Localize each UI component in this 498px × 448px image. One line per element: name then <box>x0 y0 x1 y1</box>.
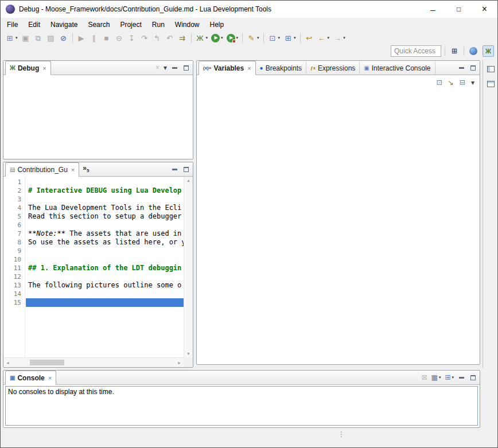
close-icon[interactable]: × <box>48 375 52 381</box>
line-number[interactable]: 2 <box>3 186 21 195</box>
line-number[interactable]: 5 <box>3 212 21 221</box>
variables-tree-area[interactable]: ⊡↘⊟▾ <box>197 75 480 364</box>
open-console-button[interactable]: ⊞▾ <box>444 372 454 383</box>
open-console-menu-icon[interactable]: ▾ <box>452 375 454 380</box>
editor-vertical-scrollbar[interactable]: ▲ ▼ <box>184 177 193 357</box>
mark-occurrences-dropdown-icon[interactable]: ▾ <box>257 36 259 40</box>
save-icon: ▣ <box>21 33 30 42</box>
editor-overflow-chevron[interactable]: »5 <box>79 163 92 176</box>
skip-all-breakpoints-button[interactable]: ⊘ <box>57 32 70 44</box>
run-button[interactable]: ▶▾ <box>209 32 225 44</box>
tab-debug[interactable]: Ж Debug × <box>5 61 51 75</box>
tab-expressions[interactable]: ƒxExpressions <box>306 61 360 75</box>
open-perspective-button[interactable]: ⊞ <box>449 45 460 57</box>
close-icon[interactable]: × <box>247 65 251 72</box>
menu-run[interactable]: Run <box>147 19 170 30</box>
print-button: ▤ <box>45 32 57 44</box>
maximize-icon[interactable] <box>181 63 190 72</box>
scrollbar-thumb[interactable] <box>30 360 64 365</box>
save-all-icon: ⧉ <box>34 33 43 42</box>
minimize-icon[interactable] <box>170 63 179 72</box>
new-wizard-dropdown-icon[interactable]: ▾ <box>15 36 18 40</box>
line-number[interactable]: 12 <box>3 272 21 281</box>
display-selected-console-menu-icon[interactable]: ▾ <box>439 375 441 380</box>
mark-occurrences-button[interactable]: ✎▾ <box>245 32 261 44</box>
new-lua-file-dropdown-icon[interactable]: ▾ <box>278 36 281 40</box>
maximize-icon[interactable] <box>181 165 190 174</box>
menu-edit[interactable]: Edit <box>23 19 45 30</box>
lua-perspective-button[interactable] <box>468 45 479 57</box>
line-number[interactable]: 15 <box>3 298 21 307</box>
menu-help[interactable]: Help <box>205 19 229 30</box>
new-lua-file-button[interactable]: ⊡▾ <box>266 32 282 44</box>
minimize-icon[interactable] <box>170 165 179 174</box>
tab-breakpoints[interactable]: ●Breakpoints <box>256 61 306 75</box>
open-lua-element-dropdown-icon[interactable]: ▾ <box>294 36 296 40</box>
back-dropdown-icon[interactable]: ▾ <box>328 36 330 40</box>
view-menu-button[interactable]: ▾ <box>470 77 475 88</box>
line-number[interactable]: 13 <box>3 281 21 290</box>
line-number[interactable]: 11 <box>3 264 21 272</box>
maximize-icon[interactable] <box>468 63 477 72</box>
line-number[interactable]: 1 <box>3 178 21 186</box>
last-edit-location-button[interactable]: ↩ <box>303 32 316 44</box>
title-bar[interactable]: Debug - Moose_Framework/docs/Contributio… <box>1 1 497 18</box>
editor-code-area[interactable]: # Interactive DEBUG using Lua DevelopThe… <box>26 177 184 357</box>
debug-perspective-button[interactable]: Ж <box>483 45 494 57</box>
line-number[interactable]: 6 <box>3 221 21 229</box>
close-icon[interactable]: × <box>42 65 46 72</box>
line-number[interactable]: 7 <box>3 229 21 238</box>
new-wizard-button[interactable]: ⊞▾ <box>3 32 20 44</box>
forward-dropdown-icon[interactable]: ▾ <box>343 36 345 40</box>
menu-navigate[interactable]: Navigate <box>45 19 83 30</box>
debug-button[interactable]: Ж▾ <box>194 32 210 44</box>
window-maximize-button[interactable]: □ <box>446 1 472 18</box>
show-type-names-button[interactable]: ⊡ <box>436 77 443 88</box>
minimize-icon[interactable] <box>457 63 466 72</box>
debug-tree-area[interactable] <box>3 75 193 159</box>
use-step-filters-button[interactable]: ⇉ <box>176 32 189 44</box>
tab-variables[interactable]: (x)=Variables× <box>199 61 256 75</box>
close-icon[interactable]: × <box>71 166 75 173</box>
tab-console[interactable]: ▣ Console × <box>5 371 56 385</box>
code-text: So use the assets as listed here, or y <box>28 238 184 246</box>
menu-file[interactable]: File <box>2 19 23 30</box>
editor-gutter[interactable]: 123456789101112131415 <box>3 177 25 357</box>
line-number[interactable]: 4 <box>3 204 21 212</box>
tab-interactive-console[interactable]: ▣Interactive Console <box>360 61 435 75</box>
console-sash-handle[interactable]: ⋮ <box>337 430 346 440</box>
code-text: The following pictures outline some o <box>28 281 181 289</box>
run-external-tools-button[interactable]: ▶▾ <box>225 32 240 44</box>
restore-minimized-view-button[interactable] <box>484 63 497 75</box>
scroll-right-icon[interactable]: ► <box>177 361 181 365</box>
run-dropdown-icon[interactable]: ▾ <box>221 36 223 40</box>
window-minimize-button[interactable]: – <box>420 1 446 18</box>
scroll-up-icon[interactable]: ▲ <box>186 178 190 182</box>
editor-horizontal-scrollbar[interactable]: ◄ ► <box>3 357 184 367</box>
show-logical-structures-button[interactable]: ↘ <box>448 77 454 88</box>
menu-search[interactable]: Search <box>83 19 115 30</box>
line-number[interactable]: 9 <box>3 247 21 255</box>
minimized-view-button[interactable] <box>484 77 497 90</box>
console-content[interactable]: No consoles to display at this time. <box>5 386 478 426</box>
debug-dropdown-icon[interactable]: ▾ <box>206 36 208 40</box>
view-menu-button[interactable]: ▾ <box>163 63 168 73</box>
line-number[interactable]: 10 <box>3 255 21 264</box>
scroll-down-icon[interactable]: ▼ <box>186 352 190 356</box>
window-close-button[interactable]: × <box>472 1 497 18</box>
run-external-tools-dropdown-icon[interactable]: ▾ <box>236 36 239 40</box>
open-lua-element-button[interactable]: ⊞▾ <box>282 32 298 44</box>
line-number[interactable]: 3 <box>3 195 21 204</box>
menu-window[interactable]: Window <box>170 19 205 30</box>
maximize-icon[interactable] <box>468 373 477 382</box>
quick-access-box[interactable]: Quick Access <box>391 45 441 57</box>
line-number[interactable]: 8 <box>3 238 21 247</box>
back-button[interactable]: ←▾ <box>316 32 332 44</box>
scroll-left-icon[interactable]: ◄ <box>6 361 10 365</box>
tab-contribution-guide[interactable]: ▤ Contribution_Gu × <box>5 162 79 177</box>
collapse-all-button[interactable]: ⊟ <box>459 77 466 88</box>
minimize-icon[interactable] <box>457 373 466 382</box>
display-selected-console-button[interactable]: ▦▾ <box>431 372 442 383</box>
line-number[interactable]: 14 <box>3 290 21 298</box>
menu-project[interactable]: Project <box>115 19 146 30</box>
